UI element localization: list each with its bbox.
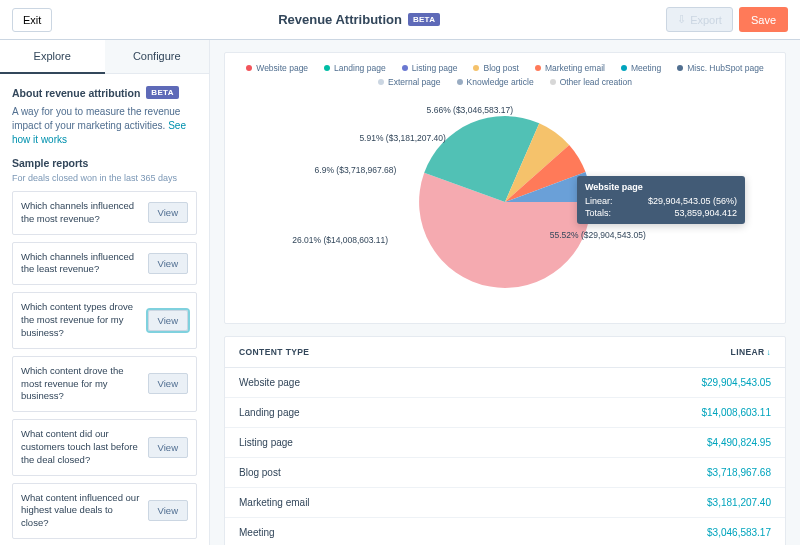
table-panel: CONTENT TYPE LINEAR↓ Website page$29,904…: [224, 336, 786, 545]
table-row[interactable]: Marketing email$3,181,207.40: [225, 488, 785, 518]
report-card: Which channels influenced the least reve…: [12, 242, 197, 286]
col-content-type[interactable]: CONTENT TYPE: [225, 337, 532, 368]
legend-dot: [457, 79, 463, 85]
legend-item: Listing page: [402, 63, 458, 73]
sidebar-body: About revenue attribution BETA A way for…: [0, 74, 209, 545]
attribution-table: CONTENT TYPE LINEAR↓ Website page$29,904…: [225, 337, 785, 545]
legend-label: Landing page: [334, 63, 386, 73]
about-heading-row: About revenue attribution BETA: [12, 86, 197, 99]
legend-label: Listing page: [412, 63, 458, 73]
cell-content-type: Listing page: [225, 428, 532, 458]
col-linear[interactable]: LINEAR↓: [532, 337, 785, 368]
export-button[interactable]: ⇩ Export: [666, 7, 733, 32]
tooltip-linear-value: $29,904,543.05 (56%): [648, 196, 737, 206]
report-question: Which content types drove the most reven…: [21, 301, 142, 339]
legend-item: Misc. HubSpot page: [677, 63, 764, 73]
legend-item: Marketing email: [535, 63, 605, 73]
cell-content-type: Meeting: [225, 518, 532, 546]
legend-dot: [621, 65, 627, 71]
legend-label: Blog post: [483, 63, 518, 73]
pie-label: 26.01% ($14,008,603.11): [292, 235, 388, 245]
cell-linear-value: $29,904,543.05: [532, 368, 785, 398]
view-button[interactable]: View: [148, 310, 188, 331]
view-button[interactable]: View: [148, 500, 188, 521]
report-card: Which channels influenced the most reven…: [12, 191, 197, 235]
chart-legend: Website pageLanding pageListing pageBlog…: [225, 53, 785, 91]
legend-label: Knowledge article: [467, 77, 534, 87]
report-card: What content influenced our highest valu…: [12, 483, 197, 539]
sample-reports-list: Which channels influenced the most reven…: [12, 191, 197, 539]
sidebar: Explore Configure About revenue attribut…: [0, 40, 210, 545]
view-button[interactable]: View: [148, 437, 188, 458]
chart-wrap: 55.52% ($29,904,543.05)26.01% ($14,008,6…: [225, 91, 785, 323]
legend-label: Misc. HubSpot page: [687, 63, 764, 73]
export-label: Export: [690, 14, 722, 26]
cell-content-type: Marketing email: [225, 488, 532, 518]
legend-label: External page: [388, 77, 440, 87]
chart-tooltip: Website page Linear: $29,904,543.05 (56%…: [577, 176, 745, 224]
report-question: What content influenced our highest valu…: [21, 492, 142, 530]
legend-item: Meeting: [621, 63, 661, 73]
table-row[interactable]: Listing page$4,490,824.95: [225, 428, 785, 458]
legend-label: Marketing email: [545, 63, 605, 73]
legend-label: Other lead creation: [560, 77, 632, 87]
legend-item: External page: [378, 77, 440, 87]
beta-badge: BETA: [408, 13, 440, 26]
report-question: Which channels influenced the least reve…: [21, 251, 142, 277]
legend-dot: [324, 65, 330, 71]
view-button[interactable]: View: [148, 373, 188, 394]
report-question: What content did our customers touch las…: [21, 428, 142, 466]
chart-panel: Website pageLanding pageListing pageBlog…: [224, 52, 786, 324]
about-beta-badge: BETA: [146, 86, 178, 99]
table-row[interactable]: Meeting$3,046,583.17: [225, 518, 785, 546]
page-title: Revenue Attribution: [278, 12, 402, 27]
legend-item: Website page: [246, 63, 308, 73]
legend-item: Knowledge article: [457, 77, 534, 87]
about-title: About revenue attribution: [12, 87, 140, 99]
download-icon: ⇩: [677, 13, 686, 26]
legend-dot: [473, 65, 479, 71]
sample-reports-subtext: For deals closed won in the last 365 day…: [12, 173, 197, 183]
about-desc-text: A way for you to measure the revenue imp…: [12, 106, 180, 131]
report-card: Which content types drove the most reven…: [12, 292, 197, 348]
tooltip-totals-label: Totals:: [585, 208, 611, 218]
sample-reports-heading: Sample reports: [12, 157, 197, 169]
tab-explore[interactable]: Explore: [0, 40, 105, 74]
content-area: Website pageLanding pageListing pageBlog…: [210, 40, 800, 545]
view-button[interactable]: View: [148, 202, 188, 223]
legend-dot: [378, 79, 384, 85]
cell-linear-value: $4,490,824.95: [532, 428, 785, 458]
main: Explore Configure About revenue attribut…: [0, 40, 800, 545]
view-button[interactable]: View: [148, 253, 188, 274]
legend-dot: [402, 65, 408, 71]
legend-item: Landing page: [324, 63, 386, 73]
cell-linear-value: $3,046,583.17: [532, 518, 785, 546]
cell-content-type: Landing page: [225, 398, 532, 428]
sort-desc-icon: ↓: [767, 348, 771, 357]
legend-dot: [535, 65, 541, 71]
save-button[interactable]: Save: [739, 7, 788, 32]
legend-dot: [677, 65, 683, 71]
exit-button[interactable]: Exit: [12, 8, 52, 32]
tabs: Explore Configure: [0, 40, 209, 74]
tab-configure[interactable]: Configure: [105, 40, 210, 74]
cell-content-type: Blog post: [225, 458, 532, 488]
tooltip-totals-row: Totals: 53,859,904.412: [585, 208, 737, 218]
legend-dot: [550, 79, 556, 85]
tooltip-linear-row: Linear: $29,904,543.05 (56%): [585, 196, 737, 206]
tooltip-linear-label: Linear:: [585, 196, 613, 206]
cell-content-type: Website page: [225, 368, 532, 398]
table-row[interactable]: Blog post$3,718,967.68: [225, 458, 785, 488]
legend-dot: [246, 65, 252, 71]
cell-linear-value: $14,008,603.11: [532, 398, 785, 428]
table-row[interactable]: Website page$29,904,543.05: [225, 368, 785, 398]
about-description: A way for you to measure the revenue imp…: [12, 105, 197, 147]
table-row[interactable]: Landing page$14,008,603.11: [225, 398, 785, 428]
topbar: Exit Revenue Attribution BETA ⇩ Export S…: [0, 0, 800, 40]
title-wrap: Revenue Attribution BETA: [52, 12, 666, 27]
tooltip-title: Website page: [585, 182, 737, 192]
legend-item: Blog post: [473, 63, 518, 73]
legend-label: Meeting: [631, 63, 661, 73]
legend-label: Website page: [256, 63, 308, 73]
cell-linear-value: $3,718,967.68: [532, 458, 785, 488]
